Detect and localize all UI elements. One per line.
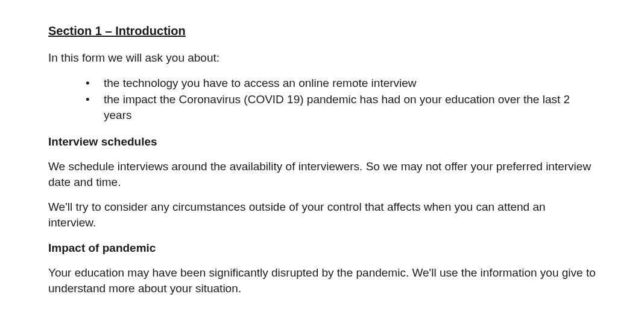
section-title: Section 1 – Introduction bbox=[48, 23, 596, 39]
intro-line: In this form we will ask you about: bbox=[48, 50, 596, 66]
list-item: the technology you have to access an onl… bbox=[86, 75, 596, 91]
subheading-interview-schedules: Interview schedules bbox=[48, 134, 596, 150]
subheading-impact-of-pandemic: Impact of pandemic bbox=[48, 240, 596, 256]
paragraph: We'll try to consider any circumstances … bbox=[48, 199, 596, 230]
list-item: the impact the Coronavirus (COVID 19) pa… bbox=[86, 92, 596, 123]
paragraph: Your education may have been significant… bbox=[48, 265, 596, 296]
intro-bullet-list: the technology you have to access an onl… bbox=[48, 75, 596, 123]
paragraph: We schedule interviews around the availa… bbox=[48, 159, 596, 190]
